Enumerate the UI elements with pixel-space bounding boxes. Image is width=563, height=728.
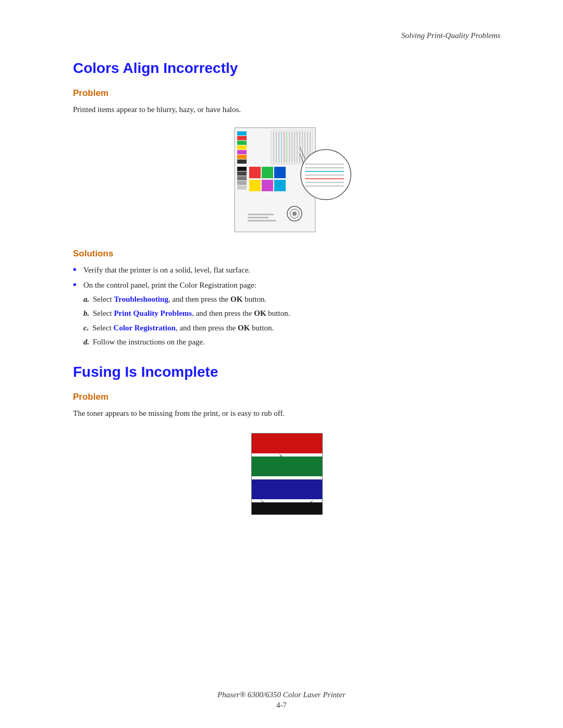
svg-rect-18 (274, 180, 286, 191)
svg-rect-6 (237, 155, 247, 159)
fusing-image-container: ↘ ↘ ↙ (73, 428, 500, 520)
section1-title: Colors Align Incorrectly (73, 60, 500, 77)
sub-solution-c: c. Select Color Registration, and then p… (83, 322, 500, 334)
svg-rect-35 (248, 214, 274, 215)
svg-rect-53 (252, 453, 322, 456)
sub-solutions-list: a. Select Troubleshooting, and then pres… (83, 293, 500, 348)
footer-page-number: 4-7 (0, 701, 563, 710)
fusing-illustration: ↘ ↘ ↙ (241, 428, 333, 520)
page: Solving Print-Quality Problems Colors Al… (0, 0, 563, 728)
section1-solutions-heading: Solutions (73, 249, 500, 259)
svg-rect-9 (237, 171, 247, 176)
print-quality-link: Print Quality Problems (114, 309, 192, 317)
svg-rect-11 (237, 181, 247, 185)
solution-item-1: Verify that the printer is on a solid, l… (73, 264, 500, 276)
svg-rect-56 (252, 476, 322, 479)
sub-label-b: b. (83, 309, 89, 317)
svg-rect-7 (237, 159, 247, 164)
svg-rect-37 (248, 220, 276, 221)
header-text: Solving Print-Quality Problems (401, 31, 500, 40)
solutions-list: Verify that the printer is on a solid, l… (73, 264, 500, 348)
section2-problem-text: The toner appears to be missing from the… (73, 408, 500, 419)
svg-rect-16 (249, 180, 261, 191)
sub-solution-b: b. Select Print Quality Problems, and th… (83, 307, 500, 319)
svg-rect-14 (262, 167, 273, 178)
ok-text-b: OK (254, 309, 266, 317)
color-reg-svg (219, 125, 354, 237)
svg-rect-13 (249, 167, 261, 178)
svg-rect-4 (237, 145, 247, 150)
sub-solution-d: d. Follow the instructions on the page. (83, 336, 500, 348)
section1-problem-heading: Problem (73, 88, 500, 98)
color-registration-image-container (73, 125, 500, 237)
section-colors-align: Colors Align Incorrectly Problem Printed… (73, 60, 500, 348)
svg-rect-2 (237, 136, 247, 140)
sub-label-d: d. (83, 338, 89, 346)
section2-title: Fusing Is Incomplete (73, 364, 500, 380)
svg-rect-55 (252, 456, 322, 476)
ok-text-a: OK (230, 295, 242, 303)
svg-rect-17 (262, 180, 273, 191)
ok-text-c: OK (238, 324, 250, 332)
solution-item-2: On the control panel, print the Color Re… (73, 279, 500, 348)
svg-rect-61 (252, 502, 322, 514)
svg-rect-52 (252, 434, 322, 453)
color-registration-link: Color Registration (114, 324, 176, 332)
svg-rect-36 (248, 217, 268, 218)
sub-label-a: a. (83, 295, 89, 303)
page-header: Solving Print-Quality Problems (73, 31, 500, 40)
svg-point-41 (301, 150, 351, 200)
svg-rect-1 (237, 131, 247, 135)
section1-problem-text: Printed items appear to be blurry, hazy,… (73, 104, 500, 116)
section2-problem-heading: Problem (73, 392, 500, 402)
svg-rect-57 (252, 479, 322, 499)
troubleshooting-link: Troubleshooting (114, 295, 168, 303)
svg-rect-3 (237, 141, 247, 145)
svg-rect-5 (237, 150, 247, 154)
section-fusing: Fusing Is Incomplete Problem The toner a… (73, 364, 500, 520)
svg-point-40 (292, 212, 297, 216)
sub-solution-a: a. Select Troubleshooting, and then pres… (83, 293, 500, 305)
svg-rect-15 (274, 167, 286, 178)
svg-rect-10 (237, 176, 247, 180)
svg-rect-12 (237, 186, 247, 190)
sub-label-c: c. (83, 324, 89, 332)
color-registration-illustration (219, 125, 354, 237)
footer-text: Phaser® 6300/6350 Color Laser Printer (0, 690, 563, 699)
svg-rect-8 (237, 167, 247, 171)
